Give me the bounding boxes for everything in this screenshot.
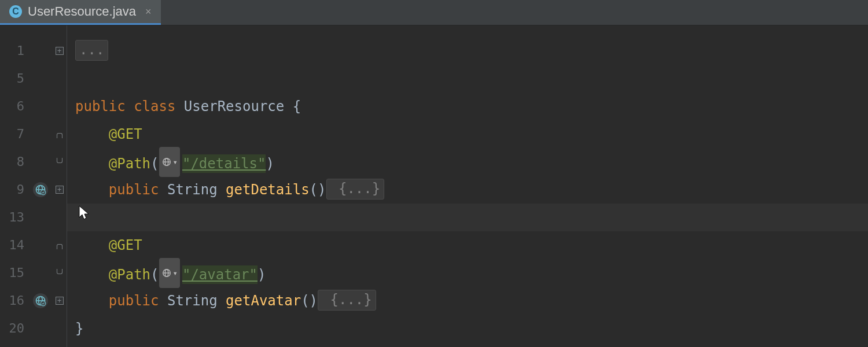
code-area[interactable]: ... public class UserResource { @GET @Pa… bbox=[67, 25, 868, 347]
line-number[interactable]: 1 bbox=[0, 37, 29, 65]
code-line[interactable]: @Path(▾"/details") bbox=[75, 148, 868, 176]
chevron-down-icon: ▾ bbox=[173, 148, 178, 176]
line-number[interactable]: 16 bbox=[0, 287, 29, 315]
fold-collapse-icon[interactable] bbox=[56, 158, 64, 166]
code-text: { bbox=[284, 98, 301, 115]
endpoint-marker-icon[interactable] bbox=[33, 293, 48, 308]
endpoint-marker-icon[interactable] bbox=[33, 182, 48, 197]
close-icon[interactable]: × bbox=[145, 6, 152, 17]
code-line[interactable]: public class UserResource { bbox=[75, 93, 868, 120]
fold-collapse-icon[interactable] bbox=[56, 241, 64, 249]
line-number[interactable]: 14 bbox=[0, 231, 29, 259]
folded-region[interactable]: {...} bbox=[326, 179, 385, 200]
url-globe-icon[interactable]: ▾ bbox=[159, 147, 180, 177]
type: String bbox=[167, 293, 218, 309]
method-name: getAvatar bbox=[226, 293, 301, 309]
method-name: getDetails bbox=[226, 182, 310, 198]
tab-filename: UserResource.java bbox=[28, 4, 136, 19]
annotation: @Path bbox=[109, 267, 150, 283]
line-number-gutter: 1 5 6 7 8 9 13 14 15 16 20 bbox=[0, 25, 29, 347]
chevron-down-icon: ▾ bbox=[173, 259, 178, 287]
file-tab[interactable]: C UserResource.java × bbox=[0, 0, 161, 25]
line-number[interactable]: 7 bbox=[0, 120, 29, 148]
fold-expand-icon[interactable]: + bbox=[56, 186, 64, 194]
annotation: @GET bbox=[109, 237, 142, 253]
url-path-string[interactable]: "/avatar" bbox=[182, 265, 258, 284]
line-number[interactable]: 9 bbox=[0, 176, 29, 204]
code-line[interactable]: @Path(▾"/avatar") bbox=[75, 259, 868, 287]
keyword: class bbox=[134, 98, 175, 115]
url-path-string[interactable]: "/details" bbox=[182, 154, 266, 173]
code-text: } bbox=[75, 320, 83, 337]
code-text: () bbox=[301, 293, 318, 309]
line-number[interactable]: 5 bbox=[0, 65, 29, 93]
tab-bar: C UserResource.java × bbox=[0, 0, 868, 25]
code-line[interactable]: @GET bbox=[75, 231, 868, 259]
fold-collapse-icon[interactable] bbox=[56, 130, 64, 138]
code-editor[interactable]: 1 5 6 7 8 9 13 14 15 16 20 + + bbox=[0, 25, 868, 347]
fold-gutter: + + + bbox=[52, 25, 67, 347]
folded-region[interactable]: ... bbox=[75, 40, 108, 61]
mouse-cursor-icon bbox=[78, 205, 90, 221]
annotation: @Path bbox=[109, 156, 150, 172]
code-line[interactable] bbox=[75, 65, 868, 93]
line-number[interactable]: 20 bbox=[0, 315, 29, 342]
code-line-current[interactable] bbox=[67, 204, 868, 231]
line-number[interactable]: 8 bbox=[0, 148, 29, 176]
keyword: public bbox=[109, 293, 159, 309]
code-line[interactable]: public String getDetails() {...} bbox=[75, 176, 868, 204]
fold-expand-icon[interactable]: + bbox=[56, 47, 64, 55]
code-line[interactable]: } bbox=[75, 315, 868, 342]
class-name: UserResource bbox=[184, 98, 284, 115]
line-number[interactable]: 15 bbox=[0, 259, 29, 287]
keyword: public bbox=[109, 182, 159, 198]
code-text: () bbox=[310, 182, 326, 198]
annotation: @GET bbox=[109, 126, 142, 142]
code-line[interactable]: @GET bbox=[75, 120, 868, 148]
folded-region[interactable]: {...} bbox=[318, 290, 376, 311]
type: String bbox=[167, 182, 218, 198]
line-number[interactable]: 13 bbox=[0, 204, 29, 231]
url-globe-icon[interactable]: ▾ bbox=[159, 258, 180, 288]
line-number[interactable]: 6 bbox=[0, 93, 29, 120]
fold-collapse-icon[interactable] bbox=[56, 269, 64, 277]
code-line[interactable]: ... bbox=[75, 37, 868, 65]
code-line[interactable]: public String getAvatar() {...} bbox=[75, 287, 868, 315]
fold-expand-icon[interactable]: + bbox=[56, 297, 64, 305]
class-file-icon: C bbox=[9, 5, 22, 18]
marker-gutter bbox=[29, 25, 52, 347]
keyword: public bbox=[75, 98, 126, 115]
